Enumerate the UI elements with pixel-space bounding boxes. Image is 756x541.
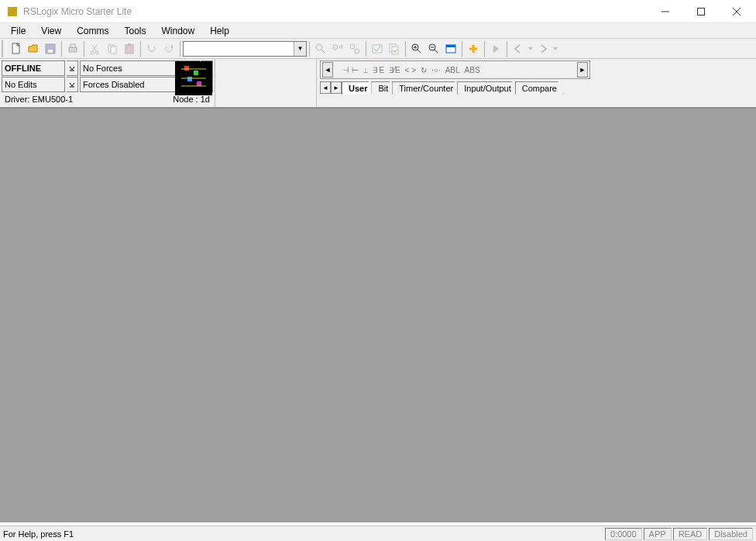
find-button[interactable] [312, 40, 329, 57]
svg-rect-2 [698, 8, 705, 15]
redo-button[interactable] [160, 40, 177, 57]
mode-field: OFFLINE [2, 60, 65, 76]
address-dropdown-button[interactable]: ▼ [294, 42, 306, 56]
status-addr: 0:0000 [605, 528, 642, 540]
svg-rect-6 [69, 47, 77, 52]
app-icon [6, 5, 19, 18]
svg-rect-21 [392, 47, 398, 54]
svg-point-16 [333, 45, 338, 50]
menu-view[interactable]: View [33, 24, 69, 38]
address-input[interactable] [184, 42, 294, 56]
edits-field: No Edits [2, 77, 65, 92]
window-title: RSLogix Micro Starter Lite [23, 6, 648, 17]
instr-abs-icon[interactable]: ABS [465, 66, 480, 74]
close-button[interactable] [719, 0, 754, 23]
run-button[interactable] [487, 40, 504, 57]
status-help: For Help, press F1 [3, 529, 603, 539]
svg-point-14 [316, 44, 322, 50]
svg-rect-12 [125, 45, 133, 53]
status-sub-bar: OFFLINE No Forces No Edits Forces Disabl… [0, 59, 756, 108]
window-button[interactable] [442, 40, 459, 57]
menu-help[interactable]: Help [202, 24, 237, 38]
zoom-out-button[interactable] [425, 40, 442, 57]
toolbar: ▼ [0, 39, 756, 59]
open-button[interactable] [25, 40, 42, 57]
verify-button[interactable] [369, 40, 386, 57]
svg-rect-30 [446, 45, 455, 47]
ladder-preview-icon [175, 61, 212, 95]
instr-xic-icon[interactable]: ∃ E [373, 66, 384, 74]
palette-tab-bit[interactable]: Bit [371, 81, 395, 95]
print-button[interactable] [64, 40, 81, 57]
node-label: Node : 1d [173, 95, 210, 104]
status-block: OFFLINE No Forces No Edits Forces Disabl… [0, 59, 215, 107]
address-combo[interactable]: ▼ [183, 41, 307, 57]
menu-file[interactable]: File [3, 24, 33, 38]
forward-menu-button[interactable] [552, 40, 559, 57]
palette-tab-left[interactable]: ◄ [320, 81, 331, 94]
instruction-palette: ◄ ⊣ ⊢ ⟂ ∃ E ∃∕E < > ↻ ·○· ABL ABS ► ◄ ► … [316, 59, 593, 107]
driver-label: Driver: EMU500-1 [5, 95, 73, 104]
maximize-button[interactable] [683, 0, 719, 23]
svg-rect-34 [194, 71, 198, 75]
status-mode: APP [644, 528, 672, 540]
instr-ote-icon[interactable]: < > [405, 66, 416, 74]
menu-comms[interactable]: Comms [69, 24, 116, 38]
svg-rect-19 [373, 45, 382, 53]
svg-line-23 [418, 50, 421, 53]
status-bar: For Help, press F1 0:0000 APP READ Disab… [0, 525, 756, 541]
palette-tab-user[interactable]: User [342, 81, 374, 95]
status-forces: Disabled [709, 528, 753, 540]
menu-window[interactable]: Window [154, 24, 203, 38]
mode-dropdown[interactable] [67, 60, 78, 76]
instr-otu-icon[interactable]: ·○· [431, 66, 441, 74]
svg-line-15 [321, 50, 325, 53]
svg-point-18 [355, 49, 359, 53]
instr-branch-icon[interactable]: ⟂ [363, 66, 368, 74]
save-button[interactable] [42, 40, 59, 57]
palette-tab-io[interactable]: Input/Output [457, 81, 518, 95]
back-button[interactable] [510, 40, 527, 57]
forward-button[interactable] [534, 40, 552, 57]
undo-button[interactable] [143, 40, 160, 57]
svg-rect-33 [184, 66, 189, 71]
palette-tab-timer[interactable]: Timer/Counter [392, 81, 460, 95]
instr-abl-icon[interactable]: ABL [445, 66, 460, 74]
zoom-in-button[interactable] [408, 40, 425, 57]
svg-rect-13 [128, 43, 131, 46]
svg-line-27 [435, 50, 438, 53]
back-menu-button[interactable] [527, 40, 534, 57]
svg-rect-35 [187, 77, 192, 81]
status-access: READ [673, 528, 708, 540]
instr-xio-icon[interactable]: ∃∕E [389, 66, 400, 74]
title-bar: RSLogix Micro Starter Lite [0, 0, 756, 23]
replace-button[interactable] [346, 40, 363, 57]
menu-bar: File View Comms Tools Window Help [0, 23, 756, 39]
svg-rect-7 [70, 44, 75, 47]
svg-point-17 [350, 44, 355, 49]
menu-tools[interactable]: Tools [116, 24, 153, 38]
palette-tab-compare[interactable]: Compare [515, 81, 564, 95]
new-file-button[interactable] [8, 40, 25, 57]
minimize-button[interactable] [648, 0, 683, 23]
palette-scroll-left[interactable]: ◄ [322, 62, 333, 78]
add-button[interactable] [465, 40, 482, 57]
svg-rect-5 [48, 50, 53, 53]
instruction-icons: ⊣ ⊢ ⟂ ∃ E ∃∕E < > ↻ ·○· ABL ABS [336, 66, 574, 74]
find-next-button[interactable] [329, 40, 346, 57]
workspace [0, 108, 756, 522]
palette-scroll-right[interactable]: ► [577, 62, 588, 78]
svg-rect-36 [197, 81, 201, 86]
toolbar-grip[interactable] [2, 40, 6, 57]
edits-dropdown[interactable] [67, 77, 78, 92]
svg-rect-11 [111, 47, 116, 53]
copy-button[interactable] [104, 40, 121, 57]
verify-project-button[interactable] [386, 40, 403, 57]
palette-tab-right[interactable]: ► [331, 81, 342, 94]
instr-otl-icon[interactable]: ↻ [421, 66, 427, 74]
paste-button[interactable] [121, 40, 138, 57]
instr-rung-icon[interactable]: ⊣ ⊢ [342, 66, 359, 74]
cut-button[interactable] [87, 40, 104, 57]
